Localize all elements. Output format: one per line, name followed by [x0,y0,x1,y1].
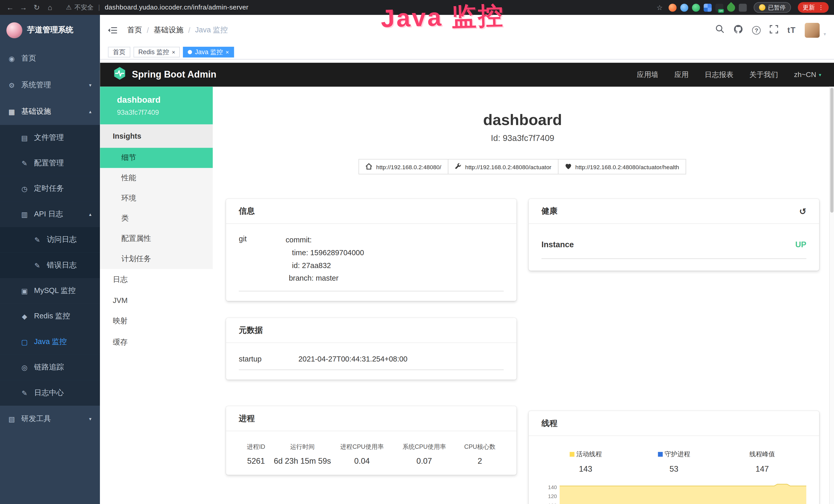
sba-item-classes[interactable]: 类 [100,208,213,229]
sidebar-item-error-logs[interactable]: ✎ 错误日志 [0,253,100,278]
tools-icon: ▧ [7,415,16,423]
github-icon[interactable] [733,24,743,36]
extension-drop-icon[interactable] [680,3,688,11]
fullscreen-icon[interactable] [770,25,778,35]
sba-nav-about[interactable]: 关于我们 [749,70,778,79]
sidebar-item-dev-tools[interactable]: ▧ 研发工具 ▾ [0,406,100,432]
service-url-link[interactable]: http://192.168.0.2:48080/ [358,159,448,174]
sba-item-jvm[interactable]: JVM [100,290,213,311]
address-bar[interactable]: ⚠ 不安全 | dashboard.yudao.iocoder.cn/infra… [66,3,249,12]
breadcrumb-home[interactable]: 首页 [127,25,142,35]
sidebar-item-api-logs[interactable]: ▥ API 日志 ▴ [0,202,100,227]
sba-logo-icon [113,67,127,83]
sba-item-environment[interactable]: 环境 [100,188,213,208]
main-sidebar: 芋道管理系统 ◉ 首页 ⚙ 系统管理 ▾ ▦ 基础设施 ▴ ▤ [0,15,100,504]
sba-item-mappings[interactable]: 映射 [100,311,213,332]
avatar-caret-icon[interactable]: ▾ [824,31,826,37]
process-card: 进程 进程ID5261 运行时间6d 23h 15m 59s 进程CPU使用率0… [226,406,517,475]
git-info-row: git commit: time: 1596289704000 id: 27aa… [239,233,504,292]
sidebar-item-home[interactable]: ◉ 首页 [0,45,100,72]
chevron-down-icon: ▾ [89,83,91,88]
sidebar-item-mysql-monitor[interactable]: ▣ MySQL 监控 [0,278,100,303]
paused-badge[interactable]: 已暂停 [753,2,791,13]
font-size-icon[interactable]: tT [787,25,796,35]
sba-item-scheduled-tasks[interactable]: 计划任务 [100,249,213,269]
kebab-menu-icon[interactable]: ⋮ [818,4,824,11]
top-header: 首页 / 基础设施 / Java 监控 ? [100,15,834,45]
security-label: 不安全 [74,3,93,12]
sba-nav-wallboard[interactable]: 应用墙 [637,70,658,79]
sba-sidebar: dashboard 93a3fc7f7409 Insights 细节 性能 环境… [100,87,213,504]
sidebar-item-config-management[interactable]: ✎ 配置管理 [0,151,100,176]
legend-blue-swatch [658,452,663,457]
chevron-up-icon: ▴ [89,211,91,217]
close-icon[interactable]: × [172,49,175,55]
tab-redis-monitor[interactable]: Redis 监控 × [134,47,180,57]
sba-section-insights[interactable]: Insights [100,124,213,148]
sba-item-config-props[interactable]: 配置属性 [100,229,213,249]
sidebar-item-scheduled-tasks[interactable]: ◷ 定时任务 [0,176,100,201]
sidebar-item-infrastructure[interactable]: ▦ 基础设施 ▴ [0,98,100,125]
java-icon: ▢ [20,338,29,346]
process-card-title: 进程 [226,406,517,431]
doc-icon: ✎ [33,236,41,244]
smiley-icon [759,4,765,11]
back-icon[interactable]: ← [5,0,15,15]
health-url-link[interactable]: http://192.168.0.2:48080/actuator/health [558,159,686,174]
sba-item-metrics[interactable]: 性能 [100,168,213,188]
info-card-title: 信息 [226,199,517,224]
sidebar-item-redis-monitor[interactable]: ◆ Redis 监控 [0,303,100,329]
redis-icon: ◆ [20,313,29,320]
scrollbar-thumb[interactable] [830,88,833,213]
edit-icon: ✎ [20,159,29,167]
health-instance-row: Instance UP [542,235,806,259]
history-icon[interactable]: ↺ [799,206,807,216]
extension-grid-icon[interactable] [704,3,712,11]
sba-nav-journal[interactable]: 日志报表 [705,70,733,79]
extension-on-badge-icon[interactable]: on [715,3,723,11]
sba-item-details[interactable]: 细节 [100,148,213,168]
locale-dropdown[interactable]: zh~CN ▾ [794,71,821,78]
legend-yellow-swatch [569,452,574,457]
scrollbar[interactable] [829,87,834,504]
screen: ← → ↻ ⌂ ⚠ 不安全 | dashboard.yudao.iocoder.… [0,0,834,504]
user-avatar[interactable] [805,23,820,38]
extension-green-icon[interactable] [692,3,700,11]
breadcrumb-infrastructure[interactable]: 基础设施 [154,25,183,35]
metadata-row: startup 2021-04-27T00:44:31.254+08:00 [239,352,504,370]
sidebar-item-system[interactable]: ⚙ 系统管理 ▾ [0,72,100,98]
extension-leaf-icon[interactable] [725,2,737,13]
reload-icon[interactable]: ↻ [32,0,41,15]
sidebar-item-java-monitor[interactable]: ▢ Java 监控 [0,329,100,354]
breadcrumb-current: Java 监控 [195,25,228,35]
sidebar-item-file-management[interactable]: ▤ 文件管理 [0,125,100,151]
sba-instance-header[interactable]: dashboard 93a3fc7f7409 [100,87,213,124]
sidebar-item-trace[interactable]: ◎ 链路追踪 [0,354,100,380]
warning-icon: ⚠ [66,4,72,11]
sidebar-fold-icon[interactable] [108,26,117,34]
app-logo[interactable]: 芋道管理系统 [0,15,100,45]
extensions-puzzle-icon[interactable] [739,3,747,11]
sidebar-item-log-center[interactable]: ✎ 日志中心 [0,380,100,406]
close-icon[interactable]: × [225,49,229,55]
actuator-url-link[interactable]: http://192.168.0.2:48080/actuator [448,159,558,174]
sba-main: dashboard Id: 93a3fc7f7409 http://192.16… [213,87,834,504]
extension-fox-icon[interactable] [668,3,677,11]
sba-item-logs[interactable]: 日志 [100,269,213,290]
forward-icon[interactable]: → [19,0,28,15]
sidebar-item-access-logs[interactable]: ✎ 访问日志 [0,227,100,252]
bookmark-star-icon[interactable]: ☆ [657,3,663,11]
sba-nav: 应用墙 应用 日志报表 关于我们 zh~CN ▾ [637,70,821,79]
file-icon: ▤ [20,134,29,142]
sba-nav-applications[interactable]: 应用 [674,70,688,79]
sba-item-caches[interactable]: 缓存 [100,332,213,353]
threads-card: 线程 活动线程 143 守护进程 [529,411,819,504]
tab-java-monitor[interactable]: Java 监控 × [183,47,234,57]
search-icon[interactable] [716,24,725,36]
update-button[interactable]: 更新 ⋮ [798,2,829,13]
sba-brand[interactable]: Spring Boot Admin [113,67,216,83]
tab-home[interactable]: 首页 [108,47,130,57]
chevron-up-icon: ▴ [89,109,91,115]
home-icon[interactable]: ⌂ [45,0,55,15]
help-icon[interactable]: ? [752,26,761,34]
